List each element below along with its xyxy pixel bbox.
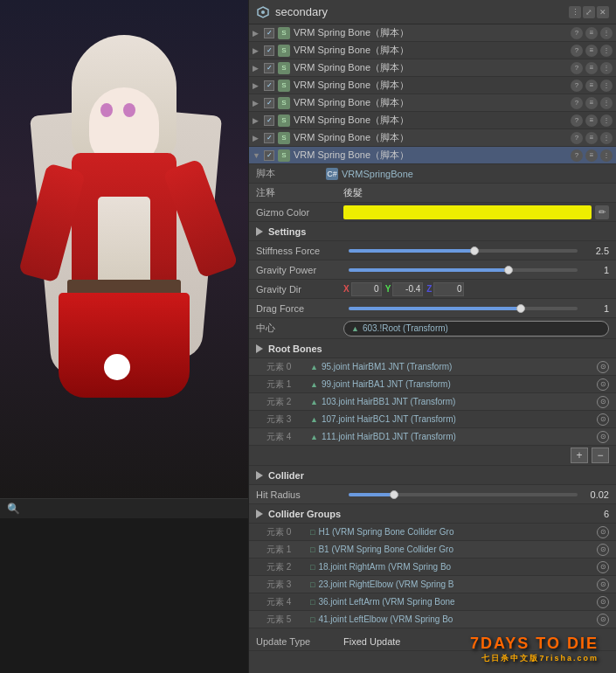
more-btn[interactable]: ⋮ xyxy=(600,132,613,144)
settings-btn[interactable]: ≡ xyxy=(585,45,598,57)
settings-section-header[interactable]: Settings xyxy=(249,222,616,241)
stiffness-force-track[interactable] xyxy=(349,249,578,253)
root-bones-section-header[interactable]: Root Bones xyxy=(249,339,616,358)
help-btn[interactable]: ? xyxy=(571,149,583,162)
spring-checkbox[interactable]: ✓ xyxy=(264,133,274,143)
collider-group-target-btn-4[interactable]: ⊙ xyxy=(597,596,609,608)
help-btn[interactable]: ? xyxy=(571,62,583,74)
bone-target-btn-2[interactable]: ⊙ xyxy=(597,396,609,408)
center-value[interactable]: ▲ 603.!Root (Transform) xyxy=(343,321,609,336)
collider-group-target-btn-3[interactable]: ⊙ xyxy=(597,579,609,591)
bone-item-2: 元素 2 ▲ 103.joint HairBB1 JNT (Transform)… xyxy=(249,393,616,411)
bone-index-4: 元素 4 xyxy=(266,431,310,443)
bone-target-btn-0[interactable]: ⊙ xyxy=(597,361,609,373)
spring-checkbox[interactable]: ✓ xyxy=(264,28,274,38)
settings-btn[interactable]: ≡ xyxy=(585,62,598,74)
collider-group-target-btn-1[interactable]: ⊙ xyxy=(597,544,609,556)
bone-value-1: 99.joint HairBA1 JNT (Transform) xyxy=(322,379,451,389)
gravity-dir-x-input[interactable] xyxy=(351,282,382,296)
spring-checkbox[interactable]: ✓ xyxy=(264,63,274,73)
maximize-btn[interactable]: ⤢ xyxy=(583,6,595,18)
settings-btn[interactable]: ≡ xyxy=(585,80,598,92)
help-btn[interactable]: ? xyxy=(571,97,583,109)
stiffness-force-thumb[interactable] xyxy=(470,246,479,255)
spring-bone-item[interactable]: ▶ ✓ S VRM Spring Bone（脚本） ? ≡ ⋮ xyxy=(249,42,616,59)
expand-arrow: ▶ xyxy=(253,64,261,73)
collider-group-icon-3: □ xyxy=(310,580,315,589)
expand-arrow: ▶ xyxy=(253,134,261,142)
color-picker-icon[interactable]: ✏ xyxy=(595,205,609,219)
comment-value[interactable]: 後髮 xyxy=(343,186,609,199)
collider-group-ref-5: □ 41.joint LeftElbow (VRM Spring Bo xyxy=(310,614,597,624)
more-btn[interactable]: ⋮ xyxy=(600,97,613,109)
more-btn[interactable]: ⋮ xyxy=(600,45,613,57)
gravity-power-track[interactable] xyxy=(349,268,578,272)
help-btn[interactable]: ? xyxy=(571,114,583,127)
bone-icon-0: ▲ xyxy=(310,363,318,371)
gizmo-color-swatch[interactable] xyxy=(343,205,592,219)
more-btn[interactable]: ⋮ xyxy=(600,114,613,127)
bone-target-btn-3[interactable]: ⊙ xyxy=(597,413,609,426)
drag-force-thumb[interactable] xyxy=(516,304,525,313)
spring-bone-item[interactable]: ▶ ✓ S VRM Spring Bone（脚本） ? ≡ ⋮ xyxy=(249,129,616,147)
spring-bone-item[interactable]: ▶ ✓ S VRM Spring Bone（脚本） ? ≡ ⋮ xyxy=(249,59,616,77)
settings-btn[interactable]: ≡ xyxy=(585,27,598,39)
settings-btn[interactable]: ≡ xyxy=(585,114,598,127)
bone-icon-1: ▲ xyxy=(310,380,318,389)
help-btn[interactable]: ? xyxy=(571,45,583,57)
spring-checkbox[interactable]: ✓ xyxy=(264,98,274,108)
bone-target-btn-4[interactable]: ⊙ xyxy=(597,431,609,443)
stiffness-force-value[interactable]: 2.5 xyxy=(583,246,609,256)
collider-group-item-2: 元素 2 □ 18.joint RightArm (VRM Spring Bo … xyxy=(249,559,616,576)
drag-force-track[interactable] xyxy=(349,307,578,310)
more-btn[interactable]: ⋮ xyxy=(600,149,613,162)
help-btn[interactable]: ? xyxy=(571,80,583,92)
spring-checkbox[interactable]: ✓ xyxy=(264,45,274,56)
collider-group-target-btn-5[interactable]: ⊙ xyxy=(597,614,609,626)
watermark-line1: 7DAYS TO DIE xyxy=(470,635,599,653)
gravity-power-thumb[interactable] xyxy=(504,266,513,274)
add-bone-button[interactable]: + xyxy=(571,448,588,463)
spring-checkbox[interactable]: ✓ xyxy=(264,80,274,91)
spring-bone-item[interactable]: ▶ ✓ S VRM Spring Bone（脚本） ? ≡ ⋮ xyxy=(249,24,616,42)
more-btn[interactable]: ⋮ xyxy=(600,27,613,39)
gravity-power-value[interactable]: 1 xyxy=(583,265,609,275)
bone-target-btn-1[interactable]: ⊙ xyxy=(597,378,609,391)
spring-bone-item-active[interactable]: ▼ ✓ S VRM Spring Bone（脚本） ? ≡ ⋮ xyxy=(249,147,616,164)
script-field-value[interactable]: VRMSpringBone xyxy=(342,169,609,179)
root-bones-expand-icon xyxy=(256,344,263,353)
help-btn[interactable]: ? xyxy=(571,27,583,39)
settings-btn[interactable]: ≡ xyxy=(585,149,598,162)
settings-btn[interactable]: ≡ xyxy=(585,132,598,144)
spring-bone-item[interactable]: ▶ ✓ S VRM Spring Bone（脚本） ? ≡ ⋮ xyxy=(249,77,616,94)
spring-checkbox[interactable]: ✓ xyxy=(264,115,274,126)
bone-ref-0: ▲ 95.joint HairBM1 JNT (Transform) xyxy=(310,362,597,371)
hit-radius-thumb[interactable] xyxy=(390,490,398,499)
spring-bone-item[interactable]: ▶ ✓ S VRM Spring Bone（脚本） ? ≡ ⋮ xyxy=(249,112,616,129)
collider-groups-header[interactable]: Collider Groups 6 xyxy=(249,504,616,524)
hit-radius-value[interactable]: 0.02 xyxy=(583,489,609,500)
help-btn[interactable]: ? xyxy=(571,132,583,144)
collider-group-item-4: 元素 4 □ 36.joint LeftArm (VRM Spring Bone… xyxy=(249,593,616,611)
gravity-dir-z-input[interactable] xyxy=(433,282,464,296)
hit-radius-track[interactable] xyxy=(349,493,578,496)
center-row: 中心 ▲ 603.!Root (Transform) xyxy=(249,318,616,339)
settings-btn[interactable]: ≡ xyxy=(585,97,598,109)
collider-group-target-btn-2[interactable]: ⊙ xyxy=(597,561,609,573)
close-btn[interactable]: ✕ xyxy=(597,6,609,18)
spring-checkbox[interactable]: ✓ xyxy=(264,150,274,161)
bone-icon-3: ▲ xyxy=(310,415,318,424)
drag-force-value[interactable]: 1 xyxy=(583,303,609,314)
collider-section-header[interactable]: Collider xyxy=(249,466,616,485)
collider-group-target-btn-0[interactable]: ⊙ xyxy=(597,526,609,538)
spring-bone-item[interactable]: ▶ ✓ S VRM Spring Bone（脚本） ? ≡ ⋮ xyxy=(249,94,616,112)
expand-arrow: ▶ xyxy=(253,116,261,125)
dots-menu[interactable]: ⋮ xyxy=(569,6,581,18)
search-bar[interactable]: 🔍 xyxy=(0,498,248,518)
gizmo-color-label: Gizmo Color xyxy=(256,207,343,218)
gravity-dir-y-input[interactable] xyxy=(392,282,423,296)
remove-bone-button[interactable]: − xyxy=(592,448,609,463)
more-btn[interactable]: ⋮ xyxy=(600,80,613,92)
more-btn[interactable]: ⋮ xyxy=(600,62,613,74)
spring-script-icon: S xyxy=(278,80,290,92)
